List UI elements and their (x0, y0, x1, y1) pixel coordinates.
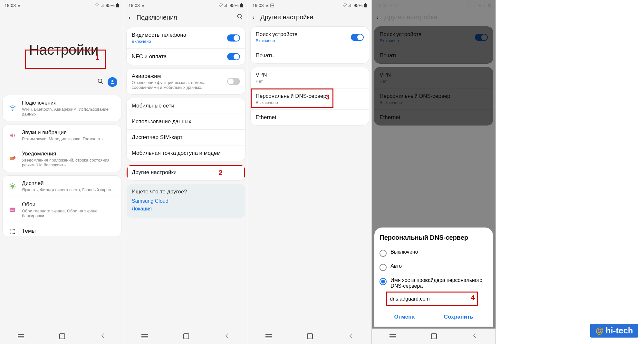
back-icon[interactable]: ‹ (129, 14, 131, 21)
highlight-box-3 (251, 88, 334, 108)
marker-1: 1 (95, 53, 99, 62)
row-hotspot[interactable]: Мобильная точка доступа и модем (127, 145, 245, 161)
settings-row-notif[interactable]: УведомленияУведомления приложений, строк… (3, 146, 121, 172)
svg-point-11 (237, 14, 241, 18)
looking-for-card: Ищете что-то другое? Samsung Cloud Локац… (127, 184, 245, 218)
marker-3: 3 (326, 93, 330, 101)
row-print[interactable]: Печать (251, 48, 369, 63)
highlight-box-1 (25, 50, 106, 69)
status-bar: 19:03 95% (124, 0, 248, 10)
screen-1-settings: 19:03 95% Настройки 1 ПодключенияWi-Fi, … (0, 0, 124, 344)
link-location[interactable]: Локация (132, 206, 240, 212)
battery-pct: 95% (106, 3, 115, 8)
row-ethernet: Ethernet (251, 109, 369, 125)
svg-rect-1 (117, 3, 118, 4)
notification-icon (8, 155, 17, 163)
svg-point-6 (13, 156, 15, 159)
nav-bar (0, 329, 124, 344)
nav-back-icon[interactable] (224, 333, 230, 340)
screen-3-more-settings: 19:03 95% ‹ Другие настройки Поиск устро… (248, 0, 372, 344)
radio-auto[interactable]: Авто (380, 260, 488, 274)
battery-icon (116, 3, 119, 8)
toggle-device-discovery[interactable] (351, 34, 364, 41)
display-icon (8, 183, 17, 190)
svg-point-7 (11, 185, 14, 187)
svg-rect-0 (116, 4, 119, 7)
row-phone-visibility[interactable]: Видимость телефонаВключено (127, 27, 245, 48)
svg-rect-13 (364, 4, 367, 7)
svg-rect-9 (240, 4, 243, 7)
image-icon (270, 4, 274, 7)
toggle-nfc[interactable] (227, 53, 240, 60)
settings-row-display[interactable]: ДисплейЯркость, Фильтр синего света, Гла… (3, 176, 121, 197)
search-icon[interactable] (237, 14, 243, 22)
watermark: @hi-tech (590, 324, 638, 338)
highlight-box-2 (127, 165, 245, 180)
nav-recent-icon[interactable] (141, 336, 148, 337)
signal-icon (101, 4, 104, 7)
download-icon (17, 4, 21, 7)
link-samsung-cloud[interactable]: Samsung Cloud (132, 198, 240, 204)
nav-recent-icon[interactable] (18, 336, 24, 337)
settings-row-wallpaper[interactable]: ОбоиОбои главного экрана, Обои на экране… (3, 197, 121, 223)
status-time: 19:03 (5, 3, 16, 8)
svg-point-4 (12, 110, 13, 111)
screen-4-dns-dialog: 19:03 95% ‹ Другие настройки Поиск устро… (372, 0, 496, 344)
private-dns-dialog: Персональный DNS-сервер Выключено Авто И… (374, 228, 493, 327)
themes-icon: ⬚ (8, 228, 17, 235)
row-vpn[interactable]: VPNНет (251, 67, 369, 88)
radio-hostname[interactable]: Имя хоста провайдера персонального DNS-с… (380, 274, 488, 292)
radio-off[interactable]: Выключено (380, 246, 488, 260)
settings-row-connections[interactable]: ПодключенияWi-Fi, Bluetooth, Авиарежим, … (3, 95, 121, 121)
svg-point-2 (98, 79, 102, 83)
settings-row-themes[interactable]: ⬚ Темы (3, 223, 121, 237)
nav-back-icon[interactable] (472, 333, 478, 340)
nav-home-icon[interactable] (59, 333, 65, 339)
svg-rect-14 (365, 3, 366, 4)
account-avatar-icon[interactable] (108, 77, 117, 87)
sound-icon (8, 132, 17, 139)
row-airplane[interactable]: АвиарежимОтключение функций вызова, обме… (127, 69, 245, 94)
marker-4: 4 (471, 293, 475, 302)
toggle-airplane[interactable] (227, 78, 240, 85)
svg-point-3 (111, 80, 113, 82)
row-sim-manager[interactable]: Диспетчер SIM-карт (127, 129, 245, 145)
nav-back-icon[interactable] (100, 333, 106, 340)
row-mobile-networks[interactable]: Мобильные сети (127, 98, 245, 114)
nav-home-icon[interactable] (431, 333, 437, 339)
screen-2-connections: 19:03 95% ‹ Подключения Видимость телефо… (124, 0, 248, 344)
marker-2: 2 (218, 169, 222, 177)
settings-row-sounds[interactable]: Звуки и вибрацияРежим звука, Мелодия зво… (3, 125, 121, 146)
row-nfc[interactable]: NFC и оплата (127, 48, 245, 65)
highlight-box-4 (386, 292, 478, 306)
svg-rect-8 (10, 208, 15, 212)
svg-rect-10 (241, 3, 242, 4)
toggle-phone-visibility[interactable] (227, 34, 240, 42)
nav-recent-icon[interactable] (389, 336, 396, 337)
row-data-usage[interactable]: Использование данных (127, 114, 245, 129)
wifi-icon (8, 105, 17, 112)
nav-recent-icon[interactable] (265, 336, 272, 337)
status-bar: 19:03 95% (0, 0, 124, 10)
search-icon[interactable] (97, 78, 104, 86)
cancel-button[interactable]: Отмена (391, 311, 418, 323)
nav-home-icon[interactable] (183, 333, 189, 339)
nav-home-icon[interactable] (307, 333, 313, 339)
page-title: Другие настройки (260, 14, 367, 21)
wifi-icon (95, 4, 99, 7)
save-button[interactable]: Сохранить (441, 311, 476, 323)
wallpaper-icon (8, 206, 17, 213)
page-title: Подключения (136, 14, 236, 21)
back-icon[interactable]: ‹ (253, 14, 255, 21)
row-device-discovery[interactable]: Поиск устройствВключено (251, 27, 369, 48)
dialog-title: Персональный DNS-сервер (380, 234, 488, 241)
nav-back-icon[interactable] (348, 333, 354, 340)
status-bar: 19:03 95% (248, 0, 372, 10)
download-icon (141, 4, 145, 7)
